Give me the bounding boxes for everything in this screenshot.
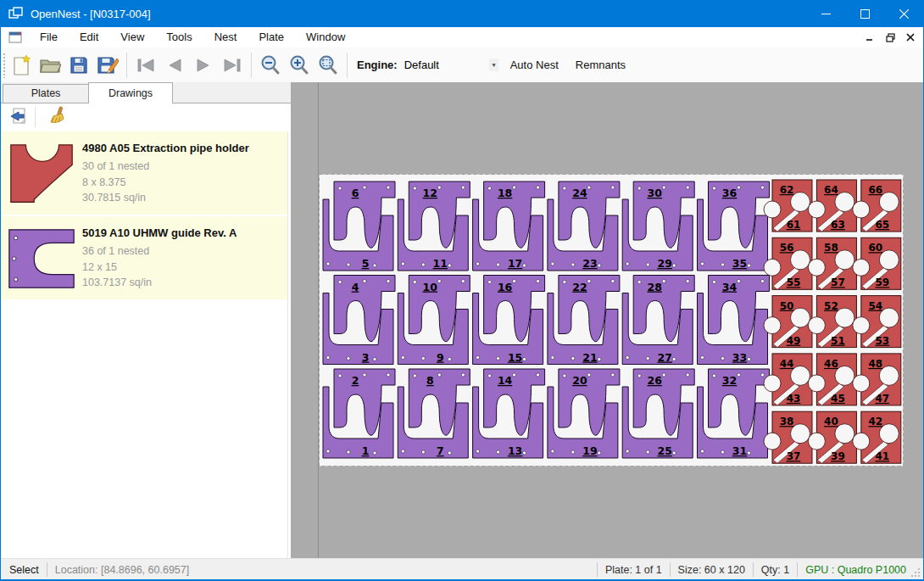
part-hole — [413, 374, 416, 377]
part-number: 35 — [732, 257, 747, 270]
save-button[interactable] — [64, 51, 93, 80]
open-file-icon — [39, 55, 61, 75]
remnants-button[interactable]: Remnants — [569, 54, 632, 75]
size-indicator: Size: 60 x 120 — [678, 564, 745, 576]
title-bar: OpenNest - [N0317-004] — [1, 0, 923, 27]
part-hole — [686, 186, 689, 189]
menu-file[interactable]: File — [29, 27, 69, 47]
part-hole — [347, 357, 350, 360]
part-hole — [523, 358, 526, 361]
part-number: 55 — [787, 277, 801, 288]
part-hole — [761, 373, 765, 377]
part-hole — [713, 281, 716, 284]
mdi-close-button[interactable] — [903, 30, 918, 45]
pipe-notch — [853, 433, 870, 450]
go-previous-button[interactable] — [160, 51, 189, 80]
go-next-button[interactable] — [189, 51, 218, 80]
clean-button[interactable] — [44, 105, 70, 129]
pipe-notch — [808, 375, 825, 392]
toolbar-separator — [126, 53, 127, 78]
menu-plate[interactable]: Plate — [248, 27, 295, 47]
tab-drawings[interactable]: Drawings — [88, 82, 173, 103]
panel-toolbar-separator — [35, 107, 36, 127]
open-file-button[interactable] — [36, 51, 64, 80]
part-number: 62 — [780, 184, 794, 196]
part-hole — [662, 373, 665, 377]
drawing-list-item[interactable]: 4980 A05 Extraction pipe holder 30 of 1 … — [1, 131, 287, 216]
part-hole — [646, 357, 649, 360]
drawings-list: 4980 A05 Extraction pipe holder 30 of 1 … — [1, 131, 288, 558]
nest-canvas[interactable]: 6543211211109871817161514132423222120193… — [291, 82, 924, 558]
part-number: 16 — [498, 281, 513, 293]
mdi-restore-button[interactable] — [882, 30, 898, 45]
new-file-button[interactable] — [7, 51, 36, 80]
import-drawing-icon — [8, 107, 29, 127]
part-number: 49 — [787, 335, 801, 347]
part-number: 24 — [572, 187, 587, 199]
go-last-button[interactable] — [218, 51, 247, 80]
part-number: 61 — [787, 219, 801, 231]
part-hole — [686, 280, 689, 283]
part-hole — [626, 356, 629, 360]
part-number: 9 — [437, 351, 444, 364]
menu-nest[interactable]: Nest — [203, 27, 248, 47]
part-hole — [598, 358, 601, 361]
part-hole — [637, 187, 641, 190]
pipe-notch — [808, 317, 825, 334]
save-icon — [69, 55, 89, 75]
part-hole — [701, 356, 704, 360]
zoom-out-button[interactable] — [256, 51, 285, 80]
maximize-button[interactable] — [845, 0, 884, 27]
plate-view[interactable]: 6543211211109871817161514132423222120193… — [319, 174, 904, 466]
part-hole — [738, 280, 741, 283]
menu-edit[interactable]: Edit — [69, 27, 109, 47]
dropdown-icon[interactable]: ▼ — [489, 59, 498, 70]
part-number: 41 — [875, 450, 889, 462]
part-hole — [513, 186, 516, 189]
save-as-button[interactable] — [93, 51, 122, 80]
mdi-document-icon[interactable] — [8, 31, 22, 43]
close-icon — [899, 9, 909, 19]
part-hole — [437, 280, 441, 283]
part-hole — [401, 450, 404, 453]
minimize-button[interactable] — [806, 0, 845, 27]
close-button[interactable] — [884, 0, 923, 27]
part-number: 18 — [498, 187, 512, 199]
part-hole — [672, 264, 676, 267]
menu-tools[interactable]: Tools — [155, 27, 203, 47]
part-number: 66 — [868, 184, 882, 196]
part-hole — [611, 373, 615, 377]
zoom-out-icon — [259, 54, 281, 76]
drawing-size: 8 x 8.375 — [82, 175, 287, 191]
part-hole — [721, 263, 725, 266]
auto-nest-button[interactable]: Auto Nest — [504, 54, 565, 75]
part-number: 30 — [647, 187, 662, 199]
part-number: 21 — [582, 351, 597, 364]
resize-grip-icon[interactable] — [910, 567, 921, 578]
part-hole — [437, 373, 441, 377]
menu-view[interactable]: View — [109, 27, 155, 47]
part-number: 15 — [508, 351, 522, 364]
import-drawing-button[interactable] — [6, 105, 31, 129]
engine-combo[interactable]: Default ▼ — [404, 57, 500, 73]
part-hole — [373, 358, 376, 361]
part-number: 48 — [868, 358, 882, 370]
status-bar: Select Location: [84.8696, 60.6957] Plat… — [1, 558, 923, 580]
part-number: 56 — [780, 242, 794, 254]
part-number: 43 — [787, 393, 801, 405]
menu-window[interactable]: Window — [295, 27, 356, 47]
part-hole — [448, 358, 451, 361]
pipe-notch — [764, 317, 781, 334]
part-hole — [413, 187, 416, 190]
drawing-list-item[interactable]: 5019 A10 UHMW guide Rev. A 36 of 1 neste… — [1, 216, 287, 301]
go-first-button[interactable] — [131, 51, 160, 80]
zoom-in-icon — [288, 54, 310, 76]
zoom-in-button[interactable] — [285, 51, 314, 80]
tab-plates[interactable]: Plates — [3, 84, 89, 103]
part-hole — [338, 187, 342, 190]
part-number: 10 — [423, 281, 438, 293]
zoom-fit-button[interactable] — [314, 51, 342, 80]
part-hole — [421, 357, 425, 360]
mdi-minimize-button[interactable] — [862, 30, 877, 45]
part-hole — [587, 186, 591, 189]
